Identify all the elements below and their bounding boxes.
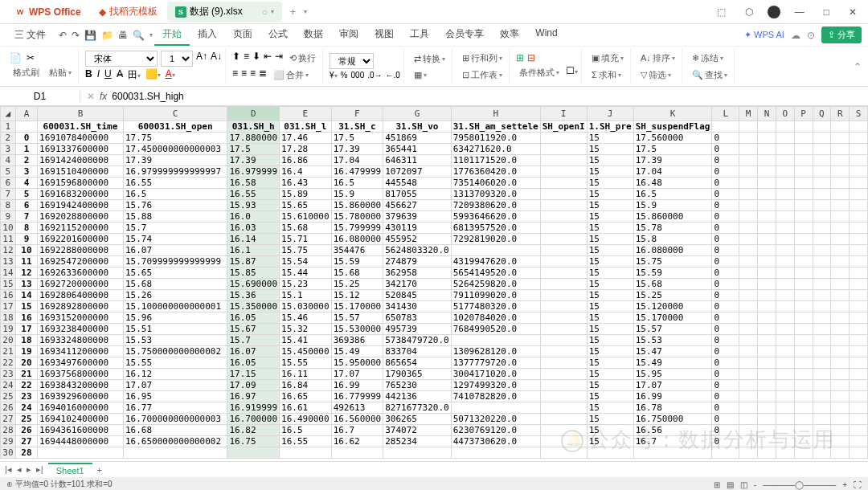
cell[interactable]: 9 — [15, 234, 37, 245]
cell[interactable]: 15.860000 — [633, 211, 712, 223]
cell[interactable] — [850, 223, 868, 234]
cell[interactable] — [850, 279, 868, 290]
cell[interactable]: 5738479720.0 — [383, 335, 451, 346]
cell[interactable]: 341430 — [383, 301, 451, 312]
header-cell[interactable] — [813, 121, 831, 133]
cell[interactable] — [739, 189, 758, 200]
col-header-M[interactable]: M — [739, 107, 758, 121]
cell[interactable]: 15 — [587, 380, 633, 391]
cell[interactable]: 0 — [712, 223, 739, 234]
cell[interactable] — [831, 436, 850, 447]
cell[interactable]: 16.1 — [227, 245, 280, 256]
cell[interactable]: 16.48 — [633, 178, 712, 189]
cell[interactable] — [739, 369, 758, 380]
header-cell[interactable]: 31.SH_am_settele — [451, 121, 540, 133]
cell[interactable] — [850, 155, 868, 166]
row-header-17[interactable]: 17 — [1, 301, 16, 312]
cell[interactable] — [813, 155, 831, 166]
cell[interactable] — [850, 335, 868, 346]
cell[interactable]: 16.919999 — [227, 402, 280, 414]
cell[interactable] — [739, 144, 758, 155]
document-tab[interactable]: S数据 (9).xlsx○▾ — [167, 2, 282, 22]
cell[interactable]: 1692028800000 — [38, 211, 124, 223]
align-justify-icon[interactable]: ≣ — [259, 67, 267, 83]
cell[interactable] — [831, 324, 850, 335]
cell[interactable] — [758, 301, 776, 312]
cell[interactable]: 16.78 — [633, 402, 712, 414]
cell[interactable]: 15 — [587, 346, 633, 357]
menu-效率[interactable]: 效率 — [492, 24, 527, 46]
cell[interactable] — [831, 223, 850, 234]
cell[interactable] — [794, 200, 813, 211]
cell-style-icon[interactable]: ☐▾ — [566, 65, 578, 80]
cell[interactable]: 0 — [712, 256, 739, 267]
cell[interactable]: 7684990520.0 — [451, 324, 540, 335]
cell[interactable]: 1691078400000 — [38, 133, 124, 144]
cell[interactable]: 15.36 — [227, 290, 280, 301]
cell[interactable]: 6 — [15, 200, 37, 211]
cell[interactable]: 16.4 — [280, 166, 332, 178]
cell[interactable] — [831, 402, 850, 414]
cell[interactable]: 1297499320.0 — [451, 380, 540, 391]
cell[interactable]: 16.99 — [633, 391, 712, 402]
cell[interactable] — [776, 425, 794, 436]
find-button[interactable]: 🔍 查找▾ — [689, 67, 731, 83]
cell[interactable] — [739, 234, 758, 245]
cell[interactable]: 0 — [712, 178, 739, 189]
cell[interactable] — [794, 245, 813, 256]
cell[interactable]: 1692720000000 — [38, 279, 124, 290]
cell[interactable] — [758, 234, 776, 245]
cell[interactable] — [776, 391, 794, 402]
cell[interactable]: 15.25 — [331, 279, 383, 290]
row-header-3[interactable]: 3 — [1, 144, 16, 155]
cell[interactable]: 17.560000 — [633, 133, 712, 144]
file-menu[interactable]: 三 文件 — [6, 25, 54, 45]
row-header-30[interactable]: 30 — [1, 447, 16, 459]
cell[interactable] — [758, 335, 776, 346]
decrease-font-icon[interactable]: A↓ — [211, 51, 222, 67]
cell[interactable] — [540, 425, 587, 436]
cell[interactable]: 0 — [712, 211, 739, 223]
cell[interactable] — [739, 223, 758, 234]
sheet-first-icon[interactable]: |◂ — [5, 464, 12, 475]
cell[interactable]: 1693238400000 — [38, 324, 124, 335]
cell[interactable] — [540, 335, 587, 346]
cell[interactable]: 17.39 — [633, 155, 712, 166]
cell[interactable] — [831, 200, 850, 211]
col-header-H[interactable]: H — [451, 107, 540, 121]
delete-cell-icon[interactable]: ⊟ — [527, 52, 535, 63]
cell[interactable]: 16.479999 — [331, 166, 383, 178]
user-avatar[interactable] — [768, 6, 780, 18]
undo-icon[interactable]: ↶ — [59, 30, 67, 41]
cell[interactable]: 1691683200000 — [38, 189, 124, 200]
cell[interactable]: 16.55 — [280, 436, 332, 447]
cell[interactable] — [831, 425, 850, 436]
cell[interactable]: 0 — [712, 290, 739, 301]
row-header-11[interactable]: 11 — [1, 234, 16, 245]
cell[interactable] — [776, 223, 794, 234]
cell[interactable] — [540, 436, 587, 447]
cell[interactable] — [776, 324, 794, 335]
cell[interactable] — [758, 200, 776, 211]
cell[interactable]: 1692633600000 — [38, 267, 124, 279]
align-bottom-icon[interactable]: ⬇ — [252, 51, 260, 66]
cell[interactable] — [739, 335, 758, 346]
row-header-25[interactable]: 25 — [1, 391, 16, 402]
cell[interactable] — [831, 335, 850, 346]
cell[interactable]: 1691424000000 — [38, 155, 124, 166]
cell[interactable] — [758, 447, 776, 459]
spreadsheet-grid[interactable]: ◢ABCDEFGHIJKLMNOPQRS1600031.SH_time60003… — [0, 106, 868, 461]
cell[interactable] — [850, 166, 868, 178]
cell[interactable]: 1693756800000 — [38, 369, 124, 380]
cell[interactable]: 16.05 — [227, 357, 280, 369]
cell[interactable] — [739, 312, 758, 324]
cell[interactable]: 0 — [712, 144, 739, 155]
cell[interactable] — [758, 290, 776, 301]
col-header-E[interactable]: E — [280, 107, 332, 121]
cell[interactable] — [794, 279, 813, 290]
row-header-4[interactable]: 4 — [1, 155, 16, 166]
cell[interactable] — [739, 211, 758, 223]
cell[interactable]: 0 — [712, 267, 739, 279]
cell[interactable]: 16.05 — [227, 312, 280, 324]
cell[interactable] — [776, 447, 794, 459]
